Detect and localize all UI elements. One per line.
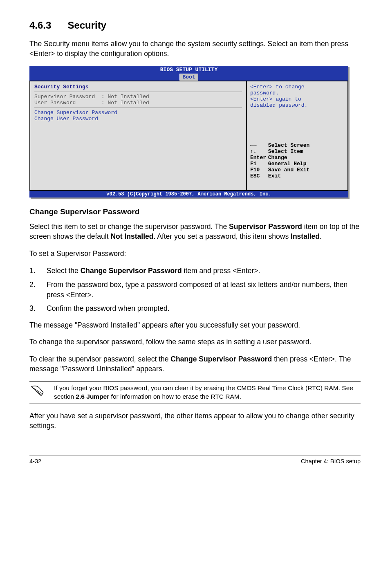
bios-section-title: Security Settings: [34, 84, 242, 90]
step-1: 1.Select the Change Supervisor Password …: [29, 266, 361, 276]
bios-change-user: Change User Password: [34, 116, 242, 122]
paragraph-4: To change the supervisor password, follo…: [29, 337, 361, 347]
bios-footer: v02.58 (C)Copyright 1985-2007, American …: [29, 191, 348, 197]
bios-change-supervisor: Change Supervisor Password: [34, 110, 242, 116]
bios-title: BIOS SETUP UTILITY: [29, 67, 348, 73]
paragraph-2: To set a Supervisor Password:: [29, 249, 361, 259]
section-heading: 4.6.3Security: [29, 20, 361, 31]
page-footer: 4-32 Chapter 4: BIOS setup: [29, 455, 361, 465]
paragraph-6: After you have set a supervisor password…: [29, 411, 361, 431]
bios-boot-tab: Boot: [179, 74, 198, 81]
steps-list: 1.Select the Change Supervisor Password …: [29, 266, 361, 314]
step-2: 2.From the password box, type a password…: [29, 280, 361, 301]
bios-help-text: <Enter> to change password. <Enter> agai…: [250, 84, 344, 108]
bios-supervisor-row: Supervisor Password : Not Installed: [34, 94, 242, 100]
intro-text: The Security menu items allow you to cha…: [29, 39, 361, 58]
bios-right-pane: <Enter> to change password. <Enter> agai…: [246, 81, 348, 191]
bios-user-row: User Password : Not Installed: [34, 100, 242, 106]
bios-screenshot: BIOS SETUP UTILITY Boot Security Setting…: [29, 66, 348, 197]
bios-header: BIOS SETUP UTILITY Boot: [29, 66, 348, 81]
paragraph-3: The message "Password Installed" appears…: [29, 321, 361, 330]
subheading: Change Supervisor Password: [29, 207, 361, 216]
chapter-label: Chapter 4: BIOS setup: [301, 458, 361, 465]
bios-left-pane: Security Settings Supervisor Password : …: [29, 81, 246, 191]
note-pencil-icon: [29, 384, 54, 400]
paragraph-5: To clear the supervisor password, select…: [29, 355, 361, 374]
bios-nav-help: ←→ Select Screen ↑↓ Select Item Enter Ch…: [250, 136, 344, 188]
note-text: If you forget your BIOS password, you ca…: [54, 384, 361, 401]
section-number: 4.6.3: [29, 20, 51, 31]
paragraph-1: Select this item to set or change the su…: [29, 222, 361, 241]
section-title: Security: [67, 20, 106, 31]
page-number: 4-32: [29, 458, 41, 465]
step-3: 3.Confirm the password when prompted.: [29, 303, 361, 314]
note-block: If you forget your BIOS password, you ca…: [29, 381, 361, 404]
